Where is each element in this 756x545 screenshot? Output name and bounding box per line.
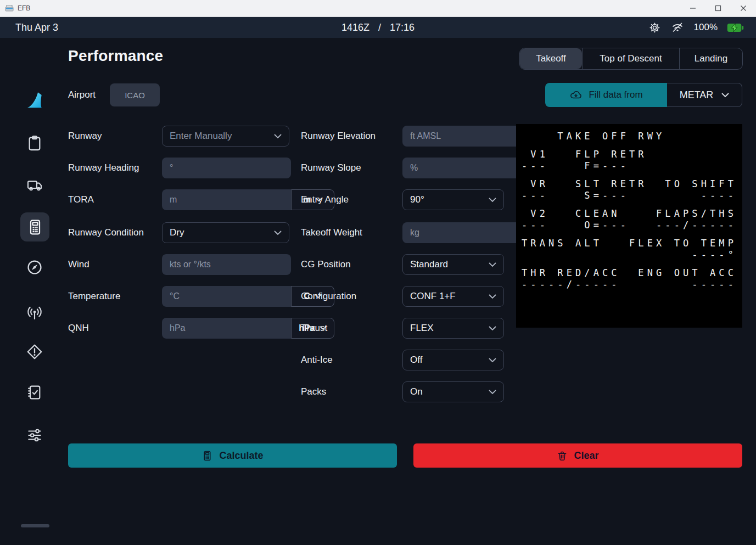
runway-slope-input[interactable] bbox=[402, 158, 531, 178]
cg-position-select[interactable]: Standard bbox=[402, 254, 504, 275]
truck-icon bbox=[26, 176, 43, 194]
mcdu-line: --- O=--- ---/----- bbox=[522, 220, 742, 231]
sidebar-item-performance[interactable] bbox=[20, 212, 49, 241]
qnh-input[interactable] bbox=[162, 318, 291, 339]
status-clock: 1416Z / 17:16 bbox=[0, 22, 756, 33]
minimize-button[interactable] bbox=[680, 0, 705, 16]
cg-position-label: CG Position bbox=[301, 259, 402, 270]
tab-top-of-descent[interactable]: Top of Descent bbox=[583, 48, 679, 69]
field-row-runway: Runway Enter Manually bbox=[68, 126, 289, 147]
close-button[interactable] bbox=[731, 0, 756, 16]
sidebar-item-ground-services[interactable] bbox=[26, 176, 43, 194]
field-row-anti-ice: Anti-Ice Off bbox=[301, 350, 504, 370]
wind-label: Wind bbox=[68, 259, 162, 270]
fill-data-button[interactable]: Fill data from bbox=[545, 83, 667, 107]
alert-diamond-icon bbox=[26, 343, 43, 361]
temperature-input[interactable] bbox=[162, 286, 291, 307]
entry-angle-label: Entry Angle bbox=[301, 194, 402, 205]
sidebar-item-alerts[interactable] bbox=[26, 343, 43, 361]
airport-icao-field[interactable] bbox=[110, 83, 160, 106]
field-row-wind: Wind bbox=[68, 254, 289, 275]
takeoff-weight-label: Takeoff Weight bbox=[301, 227, 402, 238]
tora-input[interactable] bbox=[162, 189, 291, 210]
sidebar-divider bbox=[21, 524, 49, 527]
page-title: Performance bbox=[68, 47, 163, 65]
runway-elevation-input[interactable] bbox=[402, 126, 531, 147]
app-window-icon bbox=[5, 4, 14, 13]
calculate-button[interactable]: Calculate bbox=[68, 443, 397, 468]
clipboard-icon bbox=[26, 134, 43, 152]
thrust-label: Thrust bbox=[301, 323, 402, 334]
maximize-button[interactable] bbox=[705, 0, 731, 16]
airport-icao-input[interactable] bbox=[112, 90, 158, 100]
window-controls bbox=[680, 0, 756, 16]
mcdu-line: V1 FLP RETR bbox=[522, 149, 742, 160]
time-separator: / bbox=[378, 22, 381, 33]
sidebar bbox=[0, 38, 60, 545]
sidebar-item-checklists[interactable] bbox=[26, 384, 43, 401]
trash-icon bbox=[557, 450, 568, 462]
anti-ice-select[interactable]: Off bbox=[402, 350, 504, 370]
field-row-configuration: Configuration CONF 1+F bbox=[301, 286, 504, 307]
mcdu-line: --- S=--- ---- bbox=[522, 190, 742, 201]
close-icon bbox=[740, 5, 747, 12]
compass-icon bbox=[26, 259, 43, 276]
tab-landing[interactable]: Landing bbox=[680, 48, 742, 69]
field-row-thrust: Thrust FLEX bbox=[301, 318, 504, 339]
mcdu-line: V2 CLEAN FLAPS/THS bbox=[522, 208, 742, 220]
clear-button[interactable]: Clear bbox=[413, 443, 742, 468]
qnh-label: QNH bbox=[68, 323, 162, 334]
chevron-down-icon bbox=[489, 390, 496, 395]
entry-angle-value: 90° bbox=[410, 194, 424, 205]
calculate-label: Calculate bbox=[219, 450, 263, 462]
sliders-icon bbox=[26, 426, 43, 444]
fill-source-select[interactable]: METAR bbox=[667, 83, 742, 107]
calculator-icon bbox=[26, 218, 44, 236]
wind-input[interactable] bbox=[162, 254, 291, 275]
chevron-down-icon bbox=[489, 358, 496, 363]
runway-select[interactable]: Enter Manually bbox=[162, 126, 289, 147]
thrust-select[interactable]: FLEX bbox=[402, 318, 504, 339]
form-right-column: Runway Elevation Runway Slope Entry Angl… bbox=[301, 126, 504, 413]
local-time: 17:16 bbox=[390, 22, 415, 33]
tab-takeoff[interactable]: Takeoff bbox=[520, 48, 582, 69]
cloud-download-icon bbox=[569, 88, 583, 102]
broadcast-icon bbox=[26, 305, 43, 322]
mcdu-line: --- F=--- bbox=[522, 160, 742, 172]
sidebar-item-options[interactable] bbox=[26, 426, 43, 444]
entry-angle-select[interactable]: 90° bbox=[402, 189, 504, 210]
fill-source-value: METAR bbox=[680, 89, 714, 101]
runway-condition-select[interactable]: Dry bbox=[162, 222, 289, 243]
runway-condition-label: Runway Condition bbox=[68, 227, 162, 238]
checklist-icon bbox=[26, 384, 43, 401]
field-row-runway-elevation: Runway Elevation bbox=[301, 126, 504, 147]
cg-position-value: Standard bbox=[410, 259, 448, 270]
airline-logo-icon bbox=[26, 90, 43, 111]
field-row-cg-position: CG Position Standard bbox=[301, 254, 504, 275]
sidebar-item-radios[interactable] bbox=[26, 305, 43, 322]
field-row-entry-angle: Entry Angle 90° bbox=[301, 189, 504, 210]
runway-heading-input[interactable] bbox=[162, 158, 291, 178]
field-row-takeoff-weight: Takeoff Weight kg bbox=[301, 222, 504, 243]
chevron-down-icon bbox=[721, 93, 729, 98]
configuration-value: CONF 1+F bbox=[410, 291, 456, 302]
clear-label: Clear bbox=[574, 450, 598, 462]
field-row-runway-slope: Runway Slope bbox=[301, 158, 504, 178]
tora-label: TORA bbox=[68, 194, 162, 205]
packs-select[interactable]: On bbox=[402, 381, 504, 402]
sidebar-item-navigation[interactable] bbox=[26, 259, 43, 276]
calculator-icon bbox=[201, 450, 213, 462]
sidebar-item-flightplan[interactable] bbox=[26, 134, 43, 152]
airport-row: Airport bbox=[68, 83, 160, 106]
takeoff-weight-input[interactable] bbox=[402, 222, 531, 243]
runway-elevation-label: Runway Elevation bbox=[301, 131, 402, 142]
fill-data-label: Fill data from bbox=[589, 89, 642, 100]
runway-slope-label: Runway Slope bbox=[301, 162, 402, 173]
field-row-tora: TORA m bbox=[68, 189, 289, 210]
app-title: EFB bbox=[18, 4, 30, 12]
chevron-down-icon bbox=[274, 134, 282, 139]
configuration-select[interactable]: CONF 1+F bbox=[402, 286, 504, 307]
chevron-down-icon bbox=[489, 326, 496, 331]
field-row-runway-heading: Runway Heading bbox=[68, 158, 289, 178]
runway-select-value: Enter Manually bbox=[170, 131, 232, 142]
